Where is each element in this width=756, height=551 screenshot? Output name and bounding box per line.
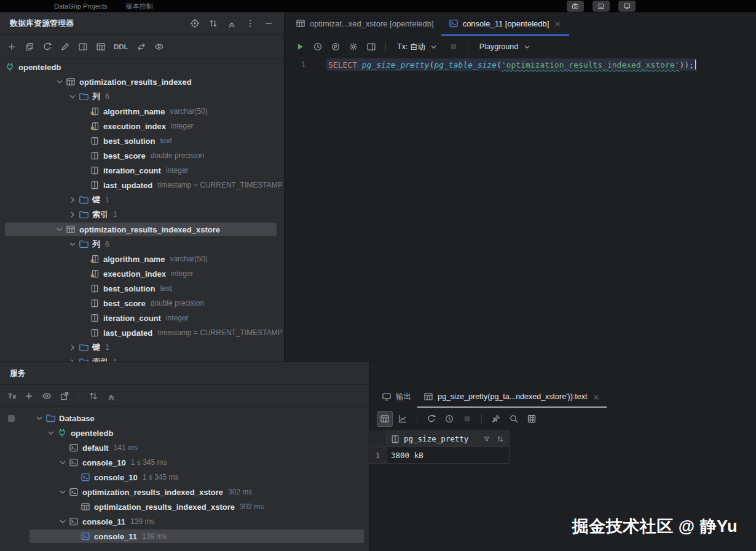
db-tree-row[interactable]: 列6 [0,237,284,252]
service-tree-row[interactable]: optimization_results_indexed_xstore302 m… [0,485,369,499]
chevron-right-icon[interactable] [66,357,79,362]
db-tree-row[interactable]: 列6 [0,89,284,104]
result-value-cell[interactable]: 3800 kB [387,447,510,464]
tab-table-editor[interactable]: optimizat...xed_xstore [openteledb] [288,12,441,36]
service-tree-row[interactable]: Database [0,411,369,426]
pin-button[interactable] [488,411,504,427]
db-tree-row[interactable]: algorithm_namevarchar(50) [0,104,284,119]
open-console-button[interactable] [57,388,73,404]
chevron-down-icon[interactable] [56,487,69,497]
view-settings-button[interactable] [524,411,540,427]
code-editor[interactable]: 1 SELECT pg_size_pretty(pg_table_size('o… [285,58,756,362]
tab-output[interactable]: 输出 [376,387,417,408]
schedule-button[interactable] [441,411,457,427]
db-tree-row[interactable]: best_solutiontext [0,281,284,296]
service-tree-row[interactable]: console_11139 ms [0,514,369,529]
tx-mode-dropdown[interactable]: Tx: 自动 [392,39,444,55]
stop-gutter-icon[interactable] [8,415,15,422]
reload-button[interactable] [423,411,439,427]
chevron-down-icon[interactable] [33,413,45,423]
camera-button[interactable] [567,1,584,12]
sort-icon[interactable] [497,435,505,443]
device-button[interactable] [593,1,610,12]
tab-result[interactable]: pg_size_pretty(pg_ta...ndexed_xstore')):… [417,387,607,408]
db-tree-row[interactable]: optimization_results_indexed [0,74,284,89]
service-tree-row[interactable]: console_101 s 345 ms [0,455,369,470]
expand-icon[interactable] [205,15,221,31]
explain-plan-button[interactable] [328,39,344,55]
duplicate-button[interactable] [22,39,37,55]
settings-button[interactable] [345,39,361,55]
service-tree-row[interactable]: console_11139 ms [0,529,369,544]
db-tree-row[interactable]: 键1 [0,340,284,355]
tx-icon[interactable]: Tx [5,388,19,404]
edit-source-button[interactable] [57,39,73,55]
preview-button[interactable] [151,39,167,55]
project-menu[interactable]: DataGrip Projects [54,2,108,10]
chevron-down-icon[interactable] [56,517,69,526]
service-tree-row[interactable]: console_101 s 345 ms [0,470,369,485]
close-tab-icon[interactable] [553,19,562,28]
node-meta: 1 [113,210,117,219]
chevron-down-icon[interactable] [53,224,66,234]
filter-icon[interactable] [483,435,491,443]
ddl-button[interactable]: DDL [111,39,132,55]
service-tree-row[interactable]: openteledb [0,426,369,440]
chevron-right-icon[interactable] [66,210,79,220]
db-tree-row[interactable]: optimization_results_indexed_xstore [0,222,284,237]
chevron-down-icon[interactable] [53,77,66,87]
db-tree-row[interactable]: execution_indexinteger [0,119,284,133]
stop-button[interactable] [459,411,475,427]
locate-icon[interactable] [187,15,203,31]
vcs-widget[interactable]: 版本控制 [126,2,153,11]
collapse-all-button[interactable] [103,388,119,404]
db-tree-row[interactable]: 索引1 [0,207,284,222]
add-service-button[interactable] [21,388,37,404]
db-tree-row[interactable]: iteration_countinteger [0,163,284,178]
db-tree-row[interactable]: best_scoredouble precision [0,296,284,311]
expand-all-button[interactable] [85,388,101,404]
chevron-down-icon[interactable] [66,92,79,101]
node-label: best_solution [103,137,156,146]
db-tree-row[interactable]: best_scoredouble precision [0,148,284,163]
db-tree-row[interactable]: last_updatedtimestamp = CURRENT_TIMESTAM… [0,325,284,340]
refresh-button[interactable] [39,39,55,55]
db-tree-row[interactable]: algorithm_namevarchar(50) [0,252,284,266]
open-editor-button[interactable] [75,39,91,55]
add-button[interactable] [4,39,20,55]
db-tree-row[interactable]: iteration_countinteger [0,311,284,325]
chart-view-button[interactable] [395,411,411,427]
db-tree-row[interactable]: execution_indexinteger [0,266,284,281]
collapse-all-icon[interactable] [224,15,240,31]
service-tree-row[interactable]: optimization_results_indexed_xstore302 m… [0,499,369,514]
db-tree-row[interactable]: last_updatedtimestamp = CURRENT_TIMESTAM… [0,178,284,192]
service-tree-row[interactable]: default141 ms [0,440,369,455]
tab-console-11[interactable]: console_11 [openteledb] [441,12,570,36]
db-tree-row[interactable]: 索引1 [0,355,284,362]
hide-panel-icon[interactable] [261,15,277,31]
db-tree-row[interactable]: openteledb [0,60,284,74]
more-options-icon[interactable] [242,15,258,31]
compare-button[interactable] [133,39,149,55]
grid-view-button[interactable] [377,411,393,427]
chevron-down-icon[interactable] [44,428,57,438]
display-button[interactable] [618,1,636,12]
search-button[interactable] [506,411,522,427]
db-tree-row[interactable]: 键1 [0,192,284,207]
layout-button[interactable] [363,39,379,55]
chevron-down-icon[interactable] [66,239,79,249]
close-tab-icon[interactable] [592,392,600,401]
chevron-down-icon[interactable] [56,458,69,467]
grid-column-header[interactable]: pg_size_pretty [387,430,510,447]
result-grid: pg_size_pretty 1 3800 kB [369,430,756,464]
run-button[interactable] [292,39,308,55]
playground-dropdown[interactable]: Playground [474,39,537,55]
chevron-right-icon[interactable] [66,343,79,352]
stop-button[interactable] [446,39,462,55]
chevron-right-icon[interactable] [66,195,79,205]
table-view-button[interactable] [93,39,109,55]
show-services-button[interactable] [39,388,55,404]
db-tree-row[interactable]: best_solutiontext [0,133,284,148]
execution-history-button[interactable] [310,39,326,55]
chart-icon [398,414,408,424]
